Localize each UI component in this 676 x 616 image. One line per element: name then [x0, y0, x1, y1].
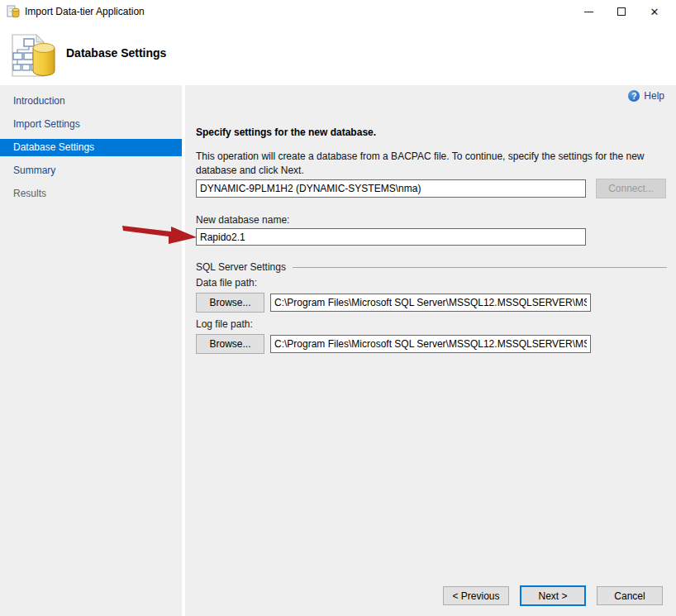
log-file-path-label: Log file path: — [196, 318, 253, 330]
group-label: SQL Server Settings — [196, 261, 286, 273]
maximize-icon — [617, 7, 626, 16]
wizard-steps-sidebar: Introduction Import Settings Database Se… — [0, 85, 182, 616]
title-bar: Import Data-tier Application ✕ — [0, 0, 676, 23]
next-button[interactable]: Next > — [520, 585, 586, 606]
sidebar-item-results: Results — [0, 185, 182, 203]
database-settings-icon — [10, 33, 58, 80]
data-file-path-input[interactable] — [270, 294, 591, 312]
database-name-label: New database name: — [196, 214, 289, 226]
section-description: This operation will create a database fr… — [196, 150, 671, 178]
sidebar-item-introduction[interactable]: Introduction — [0, 93, 182, 110]
window-title: Import Data-tier Application — [25, 6, 145, 17]
page-title: Database Settings — [66, 46, 166, 60]
log-file-browse-button[interactable]: Browse... — [196, 334, 264, 354]
data-file-path-label: Data file path: — [196, 277, 257, 289]
server-name-field[interactable] — [196, 179, 586, 198]
app-icon — [7, 5, 20, 18]
help-icon: ? — [628, 90, 640, 102]
help-label: Help — [644, 90, 664, 102]
log-file-path-input[interactable] — [270, 335, 591, 353]
close-icon: ✕ — [650, 7, 659, 17]
previous-button[interactable]: < Previous — [443, 586, 509, 605]
database-name-input[interactable] — [196, 228, 586, 246]
help-link[interactable]: ? Help — [628, 90, 664, 102]
minimize-button[interactable] — [572, 2, 605, 21]
minimize-icon — [584, 12, 593, 12]
window-controls: ✕ — [572, 2, 671, 21]
data-file-browse-button[interactable]: Browse... — [196, 293, 264, 313]
connect-button: Connect... — [596, 179, 666, 198]
section-heading: Specify settings for the new database. — [196, 127, 376, 138]
sidebar-item-database-settings[interactable]: Database Settings — [0, 139, 182, 156]
cancel-button[interactable]: Cancel — [597, 586, 663, 605]
sidebar-item-import-settings[interactable]: Import Settings — [0, 116, 182, 133]
sidebar-item-summary[interactable]: Summary — [0, 162, 182, 179]
group-divider-line — [293, 267, 667, 268]
wizard-header: Database Settings — [0, 23, 676, 85]
close-button[interactable]: ✕ — [638, 2, 671, 21]
maximize-button[interactable] — [605, 2, 638, 21]
main-panel: ? Help Specify settings for the new data… — [185, 85, 676, 616]
sql-server-settings-group: SQL Server Settings — [196, 261, 667, 273]
